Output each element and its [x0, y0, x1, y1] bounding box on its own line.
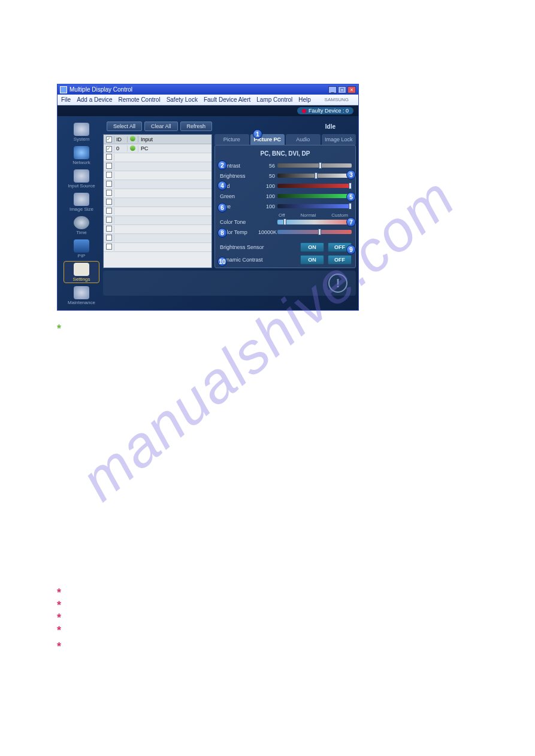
- sidebar-label: Maintenance: [68, 300, 95, 305]
- red-slider[interactable]: [277, 184, 352, 188]
- sidebar-item-input[interactable]: Input Source: [64, 168, 99, 190]
- maximize-button[interactable]: □: [338, 86, 346, 93]
- text-content: * * * * * *: [57, 323, 478, 653]
- refresh-button[interactable]: Refresh: [180, 122, 213, 131]
- window-title: Multiple Display Control: [69, 86, 132, 93]
- check-all[interactable]: ✓: [106, 136, 112, 142]
- colortone-label: Color Tone: [219, 219, 258, 225]
- minimize-button[interactable]: _: [328, 86, 337, 93]
- footer: !: [103, 271, 356, 296]
- time-icon: [74, 216, 89, 229]
- tab-audio[interactable]: Audio: [286, 134, 321, 145]
- menu-help[interactable]: Help: [298, 96, 311, 103]
- sidebar-label: Image Size: [69, 207, 93, 212]
- badge-2: 2: [217, 160, 227, 170]
- status-icon: [130, 136, 135, 141]
- row-input: PC: [138, 145, 211, 151]
- brand-label: SAMSUNG: [325, 97, 349, 102]
- sidebar-item-settings[interactable]: Settings: [64, 261, 99, 283]
- tab-image-lock[interactable]: Image Lock: [322, 134, 356, 145]
- red-star-icon: *: [57, 587, 61, 599]
- row-check[interactable]: [106, 181, 112, 187]
- sidebar-item-system[interactable]: System: [64, 121, 99, 143]
- dynamic-contrast-on[interactable]: ON: [300, 255, 324, 265]
- brightness-label: Brightness: [219, 173, 258, 179]
- badge-5: 5: [346, 192, 356, 202]
- brightness-value: 50: [258, 173, 277, 179]
- device-grid: ✓ ID Input ✓ 0 PC: [103, 134, 212, 268]
- titlebar: Multiple Display Control _ □ ×: [58, 84, 358, 95]
- app-window: Multiple Display Control _ □ × File Add …: [57, 84, 359, 311]
- brightness-slider[interactable]: [277, 174, 352, 178]
- sidebar-label: Settings: [73, 277, 90, 282]
- red-star-icon: *: [57, 599, 61, 611]
- row-check[interactable]: [106, 199, 112, 205]
- col-id: ID: [114, 136, 128, 142]
- menu-file[interactable]: File: [61, 96, 71, 103]
- red-star-icon: *: [57, 612, 61, 624]
- menubar: File Add a Device Remote Control Safety …: [58, 95, 358, 105]
- statusbar: Faulty Device : 0: [58, 105, 358, 116]
- close-button[interactable]: ×: [347, 86, 356, 93]
- row-check[interactable]: [106, 208, 112, 214]
- col-input: Input: [138, 136, 211, 142]
- toolbar: Select All Clear All Refresh Idle: [103, 119, 356, 134]
- select-all-button[interactable]: Select All: [107, 122, 142, 131]
- row-check[interactable]: [106, 217, 112, 223]
- tab-picture[interactable]: Picture: [214, 134, 249, 145]
- network-icon: [74, 146, 89, 159]
- contrast-value: 56: [258, 163, 277, 169]
- alert-icon: [302, 109, 306, 113]
- row-check[interactable]: [106, 244, 112, 250]
- row-check[interactable]: [106, 163, 112, 169]
- image-size-icon: [74, 193, 89, 206]
- status-idle: Idle: [325, 123, 335, 130]
- badge-4: 4: [217, 181, 227, 190]
- dynamic-contrast-label: Dynamic Contrast: [219, 257, 279, 263]
- maintenance-icon: [74, 286, 89, 299]
- row-id: 0: [114, 145, 128, 151]
- input-icon: [74, 169, 89, 183]
- sidebar: System Network Input Source Image Size T…: [60, 119, 103, 308]
- menu-add-device[interactable]: Add a Device: [77, 96, 112, 103]
- badge-10: 10: [217, 257, 227, 266]
- sidebar-item-maintenance[interactable]: Maintenance: [64, 284, 99, 306]
- menu-lamp[interactable]: Lamp Control: [256, 96, 292, 103]
- blue-slider[interactable]: [277, 204, 352, 208]
- blue-value: 100: [258, 204, 277, 210]
- faulty-label: Faulty Device : 0: [309, 108, 349, 114]
- red-value: 100: [258, 183, 277, 189]
- sidebar-item-image-size[interactable]: Image Size: [64, 191, 99, 213]
- sidebar-item-network[interactable]: Network: [64, 144, 99, 166]
- green-star-icon: *: [57, 323, 61, 335]
- menu-fault[interactable]: Fault Device Alert: [204, 96, 250, 103]
- sidebar-item-time[interactable]: Time: [64, 214, 99, 236]
- clear-all-button[interactable]: Clear All: [144, 122, 178, 131]
- panel-header: PC, BNC, DVI, DP: [219, 150, 352, 157]
- brightness-sensor-on[interactable]: ON: [300, 242, 324, 252]
- row-check[interactable]: [106, 226, 112, 232]
- row-check[interactable]: [106, 154, 112, 160]
- contrast-slider[interactable]: [277, 163, 352, 168]
- badge-9: 9: [346, 245, 356, 254]
- dynamic-contrast-off[interactable]: OFF: [328, 255, 352, 265]
- green-slider[interactable]: [277, 194, 352, 198]
- row-check[interactable]: [106, 235, 112, 241]
- sidebar-label: PIP: [78, 253, 86, 259]
- badge-8: 8: [217, 228, 227, 238]
- grid-row[interactable]: ✓ 0 PC: [104, 144, 211, 153]
- faulty-badge: Faulty Device : 0: [297, 107, 353, 114]
- colortone-slider[interactable]: [277, 220, 352, 224]
- menu-safety[interactable]: Safety Lock: [167, 96, 198, 103]
- row-check[interactable]: [106, 190, 112, 196]
- colortemp-slider[interactable]: [277, 230, 352, 234]
- row-check[interactable]: ✓: [106, 146, 112, 152]
- row-check[interactable]: [106, 172, 112, 178]
- badge-7: 7: [346, 217, 356, 227]
- badge-3: 3: [346, 170, 356, 180]
- green-value: 100: [258, 193, 277, 199]
- red-star-icon: *: [57, 640, 61, 652]
- info-icon: !: [328, 274, 347, 293]
- menu-remote[interactable]: Remote Control: [119, 96, 161, 103]
- sidebar-item-pip[interactable]: PIP: [64, 238, 99, 260]
